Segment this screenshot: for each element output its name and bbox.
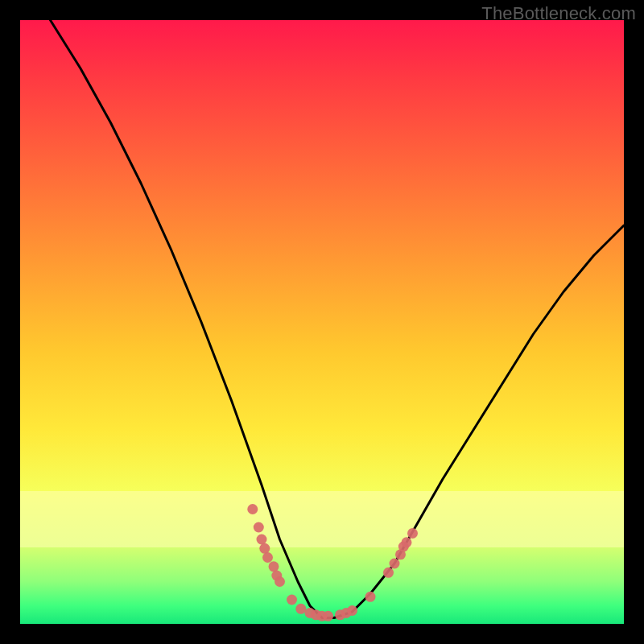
- svg-point-18: [383, 568, 394, 578]
- svg-point-2: [257, 535, 267, 545]
- svg-point-8: [287, 595, 297, 605]
- svg-point-5: [269, 561, 279, 572]
- svg-point-17: [365, 592, 376, 602]
- svg-point-22: [402, 537, 412, 547]
- svg-point-4: [262, 552, 273, 563]
- chart-svg: [20, 20, 624, 624]
- svg-point-0: [247, 504, 258, 514]
- svg-point-13: [323, 611, 333, 621]
- svg-point-1: [254, 522, 264, 533]
- watermark-text: TheBottleneck.com: [481, 3, 636, 24]
- svg-point-9: [295, 604, 306, 614]
- svg-point-23: [407, 528, 418, 539]
- chart-frame: TheBottleneck.com: [0, 0, 644, 644]
- plot-area: [20, 20, 624, 624]
- svg-point-19: [390, 559, 400, 569]
- svg-point-3: [259, 543, 270, 554]
- svg-point-7: [275, 576, 285, 587]
- bottleneck-curve: [51, 20, 625, 618]
- svg-point-16: [347, 605, 357, 616]
